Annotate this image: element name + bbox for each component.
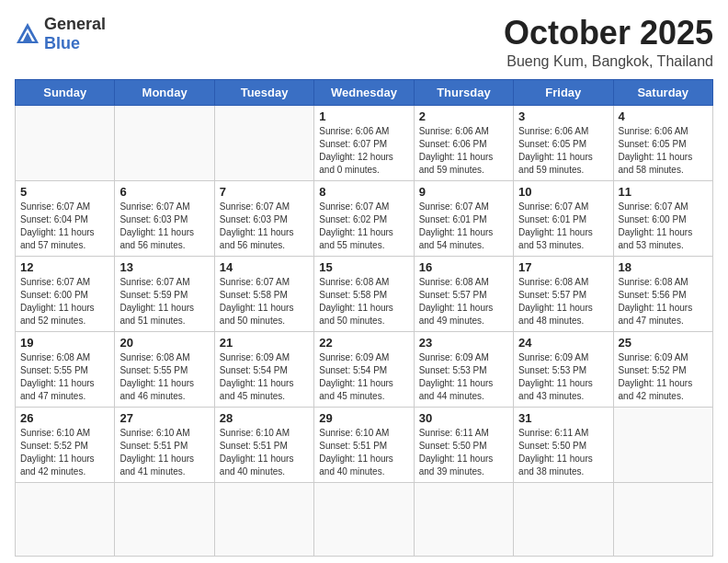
day-info: Sunrise: 6:06 AM Sunset: 6:05 PM Dayligh…	[619, 125, 708, 177]
calendar-day-cell: 28Sunrise: 6:10 AM Sunset: 5:51 PM Dayli…	[214, 407, 313, 482]
calendar-day-cell: 31Sunrise: 6:11 AM Sunset: 5:50 PM Dayli…	[514, 407, 613, 482]
day-number: 15	[319, 260, 408, 274]
logo-blue: Blue	[44, 34, 80, 52]
calendar-day-cell: 9Sunrise: 6:07 AM Sunset: 6:01 PM Daylig…	[414, 180, 513, 256]
day-number: 7	[220, 185, 309, 199]
calendar-day-cell: 8Sunrise: 6:07 AM Sunset: 6:02 PM Daylig…	[314, 180, 414, 256]
calendar-day-cell: 15Sunrise: 6:08 AM Sunset: 5:58 PM Dayli…	[314, 256, 414, 331]
day-number: 2	[419, 109, 508, 123]
page-header: General Blue October 2025 Bueng Kum, Ban…	[15, 15, 713, 70]
day-number: 30	[419, 411, 508, 425]
calendar-day-cell: 22Sunrise: 6:09 AM Sunset: 5:54 PM Dayli…	[314, 331, 414, 407]
day-info: Sunrise: 6:10 AM Sunset: 5:52 PM Dayligh…	[20, 427, 109, 478]
day-number: 28	[220, 411, 309, 425]
day-info: Sunrise: 6:07 AM Sunset: 6:01 PM Dayligh…	[518, 201, 608, 252]
calendar-week-row: 1Sunrise: 6:06 AM Sunset: 6:07 PM Daylig…	[16, 105, 713, 180]
day-number: 24	[518, 336, 608, 350]
calendar-empty-cell	[214, 482, 313, 556]
calendar-day-cell: 19Sunrise: 6:08 AM Sunset: 5:55 PM Dayli…	[16, 331, 115, 407]
weekday-header: Monday	[115, 79, 214, 105]
day-info: Sunrise: 6:07 AM Sunset: 5:59 PM Dayligh…	[119, 276, 209, 327]
calendar-day-cell: 14Sunrise: 6:07 AM Sunset: 5:58 PM Dayli…	[214, 256, 313, 331]
calendar-day-cell: 25Sunrise: 6:09 AM Sunset: 5:52 PM Dayli…	[613, 331, 712, 407]
calendar-day-cell: 16Sunrise: 6:08 AM Sunset: 5:57 PM Dayli…	[414, 256, 513, 331]
day-number: 19	[20, 336, 109, 350]
location-title: Bueng Kum, Bangkok, Thailand	[504, 53, 713, 70]
calendar-day-cell: 24Sunrise: 6:09 AM Sunset: 5:53 PM Dayli…	[514, 331, 613, 407]
weekday-header: Friday	[514, 79, 613, 105]
day-number: 1	[319, 109, 408, 123]
day-info: Sunrise: 6:07 AM Sunset: 6:00 PM Dayligh…	[619, 201, 708, 252]
calendar-day-cell: 20Sunrise: 6:08 AM Sunset: 5:55 PM Dayli…	[115, 331, 214, 407]
day-info: Sunrise: 6:08 AM Sunset: 5:58 PM Dayligh…	[319, 276, 408, 327]
calendar-day-cell: 7Sunrise: 6:07 AM Sunset: 6:03 PM Daylig…	[214, 180, 313, 256]
calendar-day-cell: 26Sunrise: 6:10 AM Sunset: 5:52 PM Dayli…	[16, 407, 115, 482]
calendar-day-cell: 2Sunrise: 6:06 AM Sunset: 6:06 PM Daylig…	[414, 105, 513, 180]
day-info: Sunrise: 6:07 AM Sunset: 5:58 PM Dayligh…	[220, 276, 309, 327]
day-number: 26	[20, 411, 109, 425]
day-info: Sunrise: 6:08 AM Sunset: 5:56 PM Dayligh…	[619, 276, 708, 327]
weekday-header: Tuesday	[214, 79, 313, 105]
calendar-table: SundayMondayTuesdayWednesdayThursdayFrid…	[15, 79, 713, 557]
day-number: 13	[119, 260, 209, 274]
day-info: Sunrise: 6:06 AM Sunset: 6:07 PM Dayligh…	[319, 125, 408, 177]
weekday-header: Wednesday	[314, 79, 414, 105]
day-number: 23	[419, 336, 508, 350]
calendar-empty-cell	[115, 482, 214, 556]
calendar-day-cell: 27Sunrise: 6:10 AM Sunset: 5:51 PM Dayli…	[115, 407, 214, 482]
calendar-empty-cell	[16, 482, 115, 556]
day-info: Sunrise: 6:09 AM Sunset: 5:52 PM Dayligh…	[619, 351, 708, 403]
day-info: Sunrise: 6:07 AM Sunset: 6:02 PM Dayligh…	[319, 201, 408, 252]
day-info: Sunrise: 6:08 AM Sunset: 5:57 PM Dayligh…	[518, 276, 608, 327]
calendar-empty-cell	[314, 482, 414, 556]
weekday-header: Thursday	[414, 79, 513, 105]
day-number: 25	[619, 336, 708, 350]
day-info: Sunrise: 6:11 AM Sunset: 5:50 PM Dayligh…	[518, 427, 608, 478]
day-info: Sunrise: 6:07 AM Sunset: 6:01 PM Dayligh…	[419, 201, 508, 252]
day-number: 27	[119, 411, 209, 425]
calendar-day-cell: 12Sunrise: 6:07 AM Sunset: 6:00 PM Dayli…	[16, 256, 115, 331]
logo-general: General	[44, 15, 106, 33]
day-number: 4	[619, 109, 708, 123]
day-number: 18	[619, 260, 708, 274]
day-number: 31	[518, 411, 608, 425]
calendar-week-row: 12Sunrise: 6:07 AM Sunset: 6:00 PM Dayli…	[16, 256, 713, 331]
day-info: Sunrise: 6:10 AM Sunset: 5:51 PM Dayligh…	[119, 427, 209, 478]
day-info: Sunrise: 6:07 AM Sunset: 6:03 PM Dayligh…	[119, 201, 209, 252]
day-number: 9	[419, 185, 508, 199]
day-info: Sunrise: 6:06 AM Sunset: 6:05 PM Dayligh…	[518, 125, 608, 177]
day-info: Sunrise: 6:07 AM Sunset: 6:03 PM Dayligh…	[220, 201, 309, 252]
day-info: Sunrise: 6:09 AM Sunset: 5:54 PM Dayligh…	[220, 351, 309, 403]
day-number: 17	[518, 260, 608, 274]
day-number: 16	[419, 260, 508, 274]
calendar-day-cell: 23Sunrise: 6:09 AM Sunset: 5:53 PM Dayli…	[414, 331, 513, 407]
calendar-day-cell: 1Sunrise: 6:06 AM Sunset: 6:07 PM Daylig…	[314, 105, 414, 180]
calendar-week-row: 26Sunrise: 6:10 AM Sunset: 5:52 PM Dayli…	[16, 407, 713, 482]
calendar-day-cell: 6Sunrise: 6:07 AM Sunset: 6:03 PM Daylig…	[115, 180, 214, 256]
calendar-day-cell: 10Sunrise: 6:07 AM Sunset: 6:01 PM Dayli…	[514, 180, 613, 256]
calendar-week-row: 19Sunrise: 6:08 AM Sunset: 5:55 PM Dayli…	[16, 331, 713, 407]
day-info: Sunrise: 6:06 AM Sunset: 6:06 PM Dayligh…	[419, 125, 508, 177]
calendar-day-cell: 30Sunrise: 6:11 AM Sunset: 5:50 PM Dayli…	[414, 407, 513, 482]
weekday-header: Saturday	[613, 79, 712, 105]
day-info: Sunrise: 6:07 AM Sunset: 6:04 PM Dayligh…	[20, 201, 109, 252]
calendar-day-cell: 29Sunrise: 6:10 AM Sunset: 5:51 PM Dayli…	[314, 407, 414, 482]
day-info: Sunrise: 6:08 AM Sunset: 5:57 PM Dayligh…	[419, 276, 508, 327]
day-info: Sunrise: 6:07 AM Sunset: 6:00 PM Dayligh…	[20, 276, 109, 327]
day-info: Sunrise: 6:10 AM Sunset: 5:51 PM Dayligh…	[319, 427, 408, 478]
calendar-empty-cell	[613, 482, 712, 556]
day-number: 6	[119, 185, 209, 199]
title-area: October 2025 Bueng Kum, Bangkok, Thailan…	[504, 15, 713, 70]
calendar-day-cell: 5Sunrise: 6:07 AM Sunset: 6:04 PM Daylig…	[16, 180, 115, 256]
day-number: 12	[20, 260, 109, 274]
calendar-empty-cell	[214, 105, 313, 180]
weekday-header: Sunday	[16, 79, 115, 105]
day-info: Sunrise: 6:08 AM Sunset: 5:55 PM Dayligh…	[20, 351, 109, 403]
month-title: October 2025	[504, 15, 713, 52]
calendar-day-cell: 13Sunrise: 6:07 AM Sunset: 5:59 PM Dayli…	[115, 256, 214, 331]
day-number: 22	[319, 336, 408, 350]
calendar-header-row: SundayMondayTuesdayWednesdayThursdayFrid…	[16, 79, 713, 105]
logo: General Blue	[15, 15, 106, 53]
calendar-empty-cell	[16, 105, 115, 180]
day-number: 21	[220, 336, 309, 350]
